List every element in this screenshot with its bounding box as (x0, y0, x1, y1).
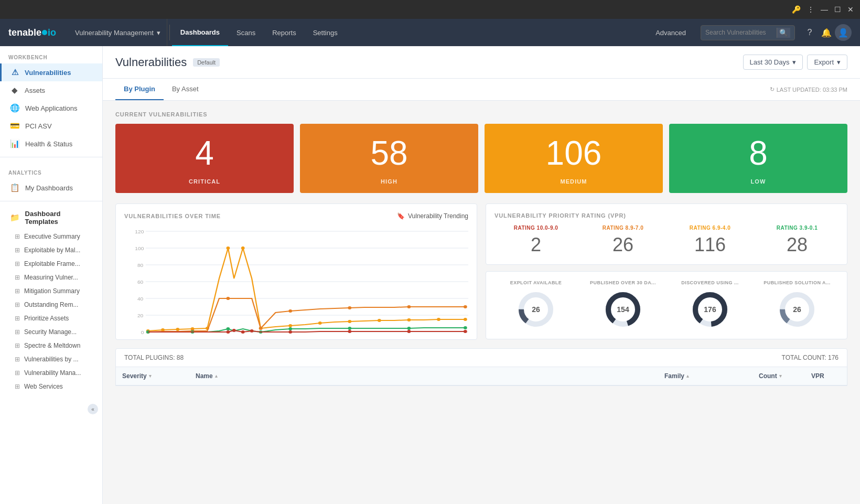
sidebar-item-web-applications[interactable]: 🌐 Web Applications (0, 99, 102, 117)
notifications-button[interactable]: 🔔 (818, 24, 835, 41)
sidebar-item-vulnerabilities[interactable]: ⚠ Vulnerabilities (0, 63, 102, 81)
th-severity[interactable]: Severity ▾ (116, 367, 189, 385)
export-button[interactable]: Export ▾ (807, 55, 847, 70)
svg-point-34 (348, 306, 351, 309)
grid-icon-0: ⊞ (15, 233, 20, 240)
more-icon[interactable]: ⋮ (807, 5, 814, 14)
svg-point-46 (232, 329, 236, 332)
current-vulns-label: CURRENT VULNERABILITIES (115, 111, 847, 117)
donut-label-1: PUBLISHED OVER 30 DA... (590, 280, 656, 285)
assets-icon: ◆ (10, 85, 19, 95)
svg-text:120: 120 (135, 229, 144, 234)
vuln-table: TOTAL PLUGINS: 88 TOTAL COUNT: 176 Sever… (115, 348, 847, 386)
sidebar-item-spectre-meltdown[interactable]: ⊞ Spectre & Meltdown (0, 339, 102, 352)
sidebar-item-vulnerabilities-by[interactable]: ⊞ Vulnerabilities by ... (0, 352, 102, 366)
family-sort-icon: ▴ (686, 373, 689, 379)
tab-by-asset[interactable]: By Asset (164, 79, 207, 100)
grid-icon-4: ⊞ (15, 287, 20, 295)
grid-icon-8: ⊞ (15, 342, 20, 349)
th-vpr[interactable]: VPR (805, 367, 847, 385)
page-header: Vulnerabilities Default Last 30 Days ▾ E… (103, 46, 860, 79)
donut-chart-3: 26 (776, 288, 818, 330)
nav-reports[interactable]: Reports (264, 19, 305, 46)
svg-point-47 (241, 330, 245, 334)
key-icon[interactable]: 🔑 (792, 5, 801, 14)
svg-point-51 (407, 330, 411, 333)
user-avatar[interactable]: 👤 (835, 24, 852, 41)
dropdown-arrow-icon: ▾ (157, 29, 160, 37)
search-input[interactable] (705, 29, 775, 36)
svg-text:40: 40 (137, 296, 143, 302)
grid-icon-1: ⊞ (15, 246, 20, 254)
sidebar-item-exploitable-mal[interactable]: ⊞ Exploitable by Mal... (0, 243, 102, 257)
sidebar-collapse-button[interactable]: « (88, 404, 98, 414)
help-button[interactable]: ? (801, 24, 818, 41)
sidebar-item-mitigation-summary[interactable]: ⊞ Mitigation Summary (0, 284, 102, 298)
sidebar-item-executive-summary[interactable]: ⊞ Executive Summary (0, 230, 102, 243)
medium-card[interactable]: 106 MEDIUM (485, 124, 663, 193)
sidebar-item-pci-asv[interactable]: 💳 PCI ASV (0, 117, 102, 135)
sidebar-item-exploitable-frame[interactable]: ⊞ Exploitable Frame... (0, 257, 102, 271)
th-count[interactable]: Count ▾ (752, 367, 805, 385)
svg-point-20 (241, 246, 245, 250)
minimize-icon[interactable]: — (821, 5, 828, 14)
nav-dashboards[interactable]: Dashboards (172, 19, 228, 46)
svg-text:154: 154 (617, 305, 629, 314)
maximize-icon[interactable]: ☐ (834, 5, 841, 14)
vpr-high: RATING 8.9-7.0 26 (582, 225, 664, 256)
measuring-vuln-label: Measuring Vulner... (24, 274, 78, 281)
critical-card[interactable]: 4 CRITICAL (115, 124, 294, 193)
table-header: Severity ▾ Name ▴ Family ▴ Count ▾ (116, 367, 847, 385)
name-sort-icon: ▴ (215, 373, 218, 379)
grid-icon-9: ⊞ (15, 356, 20, 363)
export-label: Export (814, 58, 834, 66)
low-card[interactable]: 8 LOW (669, 124, 847, 193)
sidebar-item-my-dashboards[interactable]: 📋 My Dashboards (0, 179, 102, 197)
advanced-link[interactable]: Advanced (647, 29, 694, 37)
count-sort-icon: ▾ (779, 373, 782, 379)
vulnerability-management-dropdown[interactable]: Vulnerability Management ▾ (69, 19, 167, 46)
sidebar-my-dashboards-label: My Dashboards (25, 184, 73, 192)
donut-discovered: DISCOVERED USING ... 176 (669, 280, 751, 330)
svg-point-52 (464, 330, 467, 333)
svg-point-16 (176, 328, 179, 331)
tab-by-plugin[interactable]: By Plugin (115, 79, 164, 100)
vpr-panel: VULNERABILITY PRIORITY RATING (VPR) RATI… (486, 203, 847, 265)
high-card[interactable]: 58 HIGH (300, 124, 478, 193)
sidebar-item-dashboard-templates-folder[interactable]: 📁 Dashboard Templates (0, 206, 102, 230)
nav-settings[interactable]: Settings (305, 19, 346, 46)
sidebar-item-web-services[interactable]: ⊞ Web Services (0, 380, 102, 393)
grid-icon-5: ⊞ (15, 301, 20, 308)
line-chart: 120 100 80 60 40 20 0 (124, 226, 468, 331)
sidebar-divider-1 (0, 157, 102, 157)
vpr-rating-3-value: 116 (694, 234, 726, 256)
chart-legend: 🔖 Vulnerability Trending (397, 212, 468, 220)
vpr-rating-4-label: RATING 3.9-0.1 (777, 225, 818, 231)
workbench-label: WORKBENCH (0, 46, 102, 63)
top-nav: tenable io Vulnerability Management ▾ Da… (0, 19, 860, 46)
executive-summary-label: Executive Summary (24, 233, 80, 240)
close-icon[interactable]: ✕ (847, 5, 854, 14)
vpr-rating-2-value: 26 (612, 234, 633, 256)
sidebar-item-measuring-vuln[interactable]: ⊞ Measuring Vulner... (0, 271, 102, 284)
sidebar-item-assets[interactable]: ◆ Assets (0, 81, 102, 99)
th-family[interactable]: Family ▴ (658, 367, 752, 385)
vuln-over-time-panel: VULNERABILITIES OVER TIME 🔖 Vulnerabilit… (115, 203, 477, 340)
svg-point-31 (227, 297, 230, 300)
svg-text:26: 26 (793, 305, 801, 314)
chart-title: VULNERABILITIES OVER TIME (124, 213, 221, 219)
nav-scans[interactable]: Scans (228, 19, 264, 46)
sidebar-item-vulnerability-mana[interactable]: ⊞ Vulnerability Mana... (0, 366, 102, 380)
sidebar-health-label: Health & Status (25, 140, 72, 148)
search-button[interactable]: 🔍 (777, 28, 790, 38)
sidebar-item-prioritize-assets[interactable]: ⊞ Prioritize Assets (0, 312, 102, 325)
vulnerability-mana-label: Vulnerability Mana... (24, 369, 81, 377)
sidebar-item-security-manage[interactable]: ⊞ Security Manage... (0, 325, 102, 339)
svg-point-28 (464, 318, 467, 321)
sidebar-item-outstanding-rem[interactable]: ⊞ Outstanding Rem... (0, 298, 102, 312)
mitigation-summary-label: Mitigation Summary (24, 287, 80, 295)
logo: tenable io (8, 27, 56, 38)
th-name[interactable]: Name ▴ (189, 367, 658, 385)
sidebar-item-health-status[interactable]: 📊 Health & Status (0, 135, 102, 153)
date-filter-button[interactable]: Last 30 Days ▾ (743, 55, 803, 70)
